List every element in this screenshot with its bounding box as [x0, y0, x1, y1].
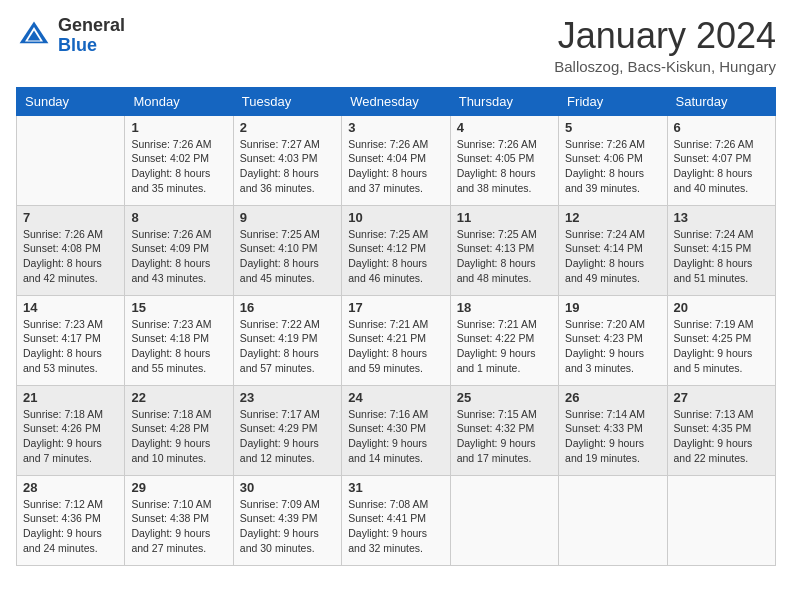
day-cell: 8Sunrise: 7:26 AMSunset: 4:09 PMDaylight…	[125, 205, 233, 295]
day-number: 16	[240, 300, 335, 315]
day-info: Sunrise: 7:08 AMSunset: 4:41 PMDaylight:…	[348, 497, 443, 556]
day-cell: 30Sunrise: 7:09 AMSunset: 4:39 PMDayligh…	[233, 475, 341, 565]
day-cell	[17, 115, 125, 205]
day-info: Sunrise: 7:21 AMSunset: 4:22 PMDaylight:…	[457, 317, 552, 376]
day-number: 31	[348, 480, 443, 495]
calendar-table: SundayMondayTuesdayWednesdayThursdayFrid…	[16, 87, 776, 566]
day-cell: 15Sunrise: 7:23 AMSunset: 4:18 PMDayligh…	[125, 295, 233, 385]
header-row: SundayMondayTuesdayWednesdayThursdayFrid…	[17, 87, 776, 115]
week-row-5: 28Sunrise: 7:12 AMSunset: 4:36 PMDayligh…	[17, 475, 776, 565]
day-number: 17	[348, 300, 443, 315]
day-cell: 26Sunrise: 7:14 AMSunset: 4:33 PMDayligh…	[559, 385, 667, 475]
day-info: Sunrise: 7:10 AMSunset: 4:38 PMDaylight:…	[131, 497, 226, 556]
day-cell: 17Sunrise: 7:21 AMSunset: 4:21 PMDayligh…	[342, 295, 450, 385]
week-row-1: 1Sunrise: 7:26 AMSunset: 4:02 PMDaylight…	[17, 115, 776, 205]
day-info: Sunrise: 7:21 AMSunset: 4:21 PMDaylight:…	[348, 317, 443, 376]
day-number: 28	[23, 480, 118, 495]
day-info: Sunrise: 7:23 AMSunset: 4:18 PMDaylight:…	[131, 317, 226, 376]
day-info: Sunrise: 7:12 AMSunset: 4:36 PMDaylight:…	[23, 497, 118, 556]
week-row-4: 21Sunrise: 7:18 AMSunset: 4:26 PMDayligh…	[17, 385, 776, 475]
day-info: Sunrise: 7:25 AMSunset: 4:12 PMDaylight:…	[348, 227, 443, 286]
day-cell: 18Sunrise: 7:21 AMSunset: 4:22 PMDayligh…	[450, 295, 558, 385]
day-cell: 28Sunrise: 7:12 AMSunset: 4:36 PMDayligh…	[17, 475, 125, 565]
day-info: Sunrise: 7:24 AMSunset: 4:15 PMDaylight:…	[674, 227, 769, 286]
logo-blue: Blue	[58, 35, 97, 55]
day-number: 25	[457, 390, 552, 405]
day-info: Sunrise: 7:16 AMSunset: 4:30 PMDaylight:…	[348, 407, 443, 466]
day-cell: 21Sunrise: 7:18 AMSunset: 4:26 PMDayligh…	[17, 385, 125, 475]
day-info: Sunrise: 7:13 AMSunset: 4:35 PMDaylight:…	[674, 407, 769, 466]
logo-general: General	[58, 15, 125, 35]
day-number: 4	[457, 120, 552, 135]
day-info: Sunrise: 7:24 AMSunset: 4:14 PMDaylight:…	[565, 227, 660, 286]
week-row-2: 7Sunrise: 7:26 AMSunset: 4:08 PMDaylight…	[17, 205, 776, 295]
day-cell: 13Sunrise: 7:24 AMSunset: 4:15 PMDayligh…	[667, 205, 775, 295]
day-cell: 2Sunrise: 7:27 AMSunset: 4:03 PMDaylight…	[233, 115, 341, 205]
day-info: Sunrise: 7:23 AMSunset: 4:17 PMDaylight:…	[23, 317, 118, 376]
day-number: 18	[457, 300, 552, 315]
day-number: 19	[565, 300, 660, 315]
day-info: Sunrise: 7:25 AMSunset: 4:10 PMDaylight:…	[240, 227, 335, 286]
day-cell: 6Sunrise: 7:26 AMSunset: 4:07 PMDaylight…	[667, 115, 775, 205]
day-number: 6	[674, 120, 769, 135]
day-info: Sunrise: 7:25 AMSunset: 4:13 PMDaylight:…	[457, 227, 552, 286]
day-number: 8	[131, 210, 226, 225]
day-number: 5	[565, 120, 660, 135]
calendar-header: SundayMondayTuesdayWednesdayThursdayFrid…	[17, 87, 776, 115]
day-number: 10	[348, 210, 443, 225]
day-info: Sunrise: 7:26 AMSunset: 4:05 PMDaylight:…	[457, 137, 552, 196]
header-day-monday: Monday	[125, 87, 233, 115]
day-number: 13	[674, 210, 769, 225]
header-day-friday: Friday	[559, 87, 667, 115]
day-cell: 12Sunrise: 7:24 AMSunset: 4:14 PMDayligh…	[559, 205, 667, 295]
day-info: Sunrise: 7:26 AMSunset: 4:06 PMDaylight:…	[565, 137, 660, 196]
day-info: Sunrise: 7:20 AMSunset: 4:23 PMDaylight:…	[565, 317, 660, 376]
day-info: Sunrise: 7:18 AMSunset: 4:28 PMDaylight:…	[131, 407, 226, 466]
day-number: 12	[565, 210, 660, 225]
day-info: Sunrise: 7:22 AMSunset: 4:19 PMDaylight:…	[240, 317, 335, 376]
day-info: Sunrise: 7:26 AMSunset: 4:04 PMDaylight:…	[348, 137, 443, 196]
day-info: Sunrise: 7:19 AMSunset: 4:25 PMDaylight:…	[674, 317, 769, 376]
day-info: Sunrise: 7:26 AMSunset: 4:07 PMDaylight:…	[674, 137, 769, 196]
day-cell: 7Sunrise: 7:26 AMSunset: 4:08 PMDaylight…	[17, 205, 125, 295]
day-info: Sunrise: 7:09 AMSunset: 4:39 PMDaylight:…	[240, 497, 335, 556]
day-cell	[667, 475, 775, 565]
day-number: 24	[348, 390, 443, 405]
day-cell: 10Sunrise: 7:25 AMSunset: 4:12 PMDayligh…	[342, 205, 450, 295]
day-cell: 23Sunrise: 7:17 AMSunset: 4:29 PMDayligh…	[233, 385, 341, 475]
day-cell: 25Sunrise: 7:15 AMSunset: 4:32 PMDayligh…	[450, 385, 558, 475]
day-cell: 31Sunrise: 7:08 AMSunset: 4:41 PMDayligh…	[342, 475, 450, 565]
day-number: 1	[131, 120, 226, 135]
day-cell: 27Sunrise: 7:13 AMSunset: 4:35 PMDayligh…	[667, 385, 775, 475]
header-day-wednesday: Wednesday	[342, 87, 450, 115]
day-cell: 1Sunrise: 7:26 AMSunset: 4:02 PMDaylight…	[125, 115, 233, 205]
day-cell	[450, 475, 558, 565]
month-title: January 2024	[554, 16, 776, 56]
day-cell: 4Sunrise: 7:26 AMSunset: 4:05 PMDaylight…	[450, 115, 558, 205]
title-area: January 2024 Balloszog, Bacs-Kiskun, Hun…	[554, 16, 776, 75]
day-number: 7	[23, 210, 118, 225]
day-number: 30	[240, 480, 335, 495]
day-number: 23	[240, 390, 335, 405]
day-cell: 20Sunrise: 7:19 AMSunset: 4:25 PMDayligh…	[667, 295, 775, 385]
day-info: Sunrise: 7:26 AMSunset: 4:02 PMDaylight:…	[131, 137, 226, 196]
calendar-body: 1Sunrise: 7:26 AMSunset: 4:02 PMDaylight…	[17, 115, 776, 565]
day-cell: 24Sunrise: 7:16 AMSunset: 4:30 PMDayligh…	[342, 385, 450, 475]
week-row-3: 14Sunrise: 7:23 AMSunset: 4:17 PMDayligh…	[17, 295, 776, 385]
day-number: 26	[565, 390, 660, 405]
day-number: 2	[240, 120, 335, 135]
day-number: 3	[348, 120, 443, 135]
day-number: 22	[131, 390, 226, 405]
day-number: 11	[457, 210, 552, 225]
day-info: Sunrise: 7:18 AMSunset: 4:26 PMDaylight:…	[23, 407, 118, 466]
day-number: 15	[131, 300, 226, 315]
day-cell: 22Sunrise: 7:18 AMSunset: 4:28 PMDayligh…	[125, 385, 233, 475]
day-cell: 19Sunrise: 7:20 AMSunset: 4:23 PMDayligh…	[559, 295, 667, 385]
day-number: 21	[23, 390, 118, 405]
day-cell: 5Sunrise: 7:26 AMSunset: 4:06 PMDaylight…	[559, 115, 667, 205]
day-number: 14	[23, 300, 118, 315]
day-number: 9	[240, 210, 335, 225]
logo: General Blue	[16, 16, 125, 56]
logo-icon	[16, 18, 52, 54]
location: Balloszog, Bacs-Kiskun, Hungary	[554, 58, 776, 75]
